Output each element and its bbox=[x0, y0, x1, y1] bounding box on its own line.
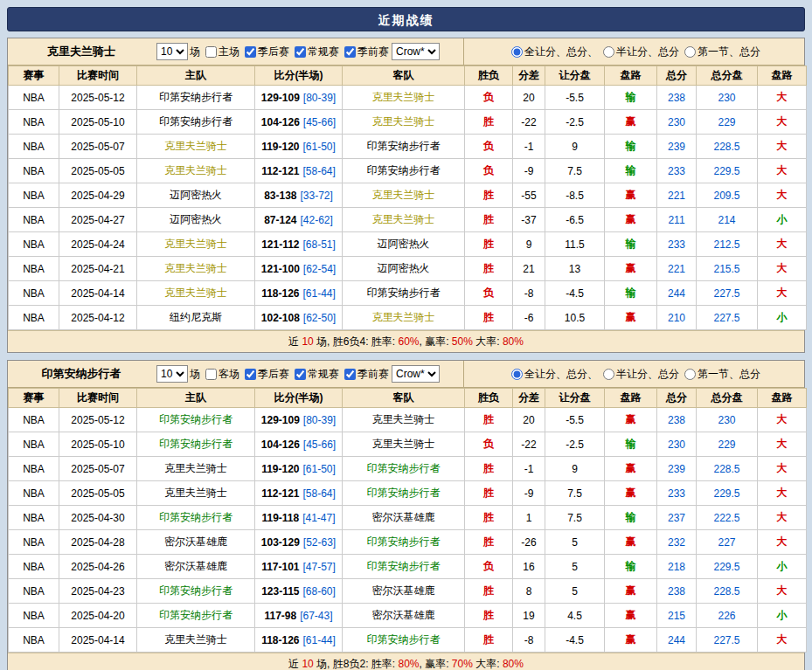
home-team-name: 克里夫兰骑士 bbox=[164, 462, 227, 474]
home-team-name[interactable]: 克里夫兰骑士 bbox=[164, 140, 227, 152]
away-team-name[interactable]: 克里夫兰骑士 bbox=[372, 213, 435, 225]
total-points-cell: 239 bbox=[657, 135, 697, 159]
league-cell: NBA bbox=[9, 408, 59, 432]
score-cell: 112-121[58-64] bbox=[255, 481, 343, 506]
full-score: 104-126 bbox=[261, 116, 300, 128]
games-count-select[interactable]: 10 bbox=[156, 365, 188, 383]
league-cell: NBA bbox=[9, 86, 59, 110]
match-date-cell: 2025-05-12 bbox=[59, 408, 137, 432]
away-team-name[interactable]: 印第安纳步行者 bbox=[367, 560, 441, 572]
away-team-cell: 迈阿密热火 bbox=[343, 232, 465, 257]
home-team-name[interactable]: 印第安纳步行者 bbox=[159, 584, 232, 597]
over-under-flag: 大 bbox=[777, 91, 788, 103]
total-points-value: 218 bbox=[668, 561, 685, 573]
total-line-value: 226 bbox=[718, 610, 735, 622]
total-line-cell: 229.5 bbox=[697, 481, 758, 506]
win-loss-flag: 胜 bbox=[483, 413, 494, 425]
game-row: NBA2025-05-07克里夫兰骑士119-120[61-50]印第安纳步行者… bbox=[9, 457, 807, 481]
playoff-checkbox[interactable] bbox=[245, 369, 256, 380]
away-team-cell: 印第安纳步行者 bbox=[343, 530, 465, 555]
summary-text: 大率: bbox=[473, 335, 503, 348]
line-type-radio-q1[interactable] bbox=[684, 369, 696, 380]
games-table-body: NBA2025-05-12印第安纳步行者129-109[80-39]克里夫兰骑士… bbox=[9, 86, 807, 330]
away-team-name[interactable]: 印第安纳步行者 bbox=[367, 462, 441, 474]
home-team-cell: 克里夫兰骑士 bbox=[137, 135, 255, 159]
total-line-value: 214 bbox=[718, 214, 735, 226]
point-diff-cell: 19 bbox=[513, 604, 545, 628]
venue-checkbox[interactable] bbox=[205, 46, 217, 58]
games-table: 赛事比赛时间主队比分(半场)客队胜负分差让分盘盘路总分总分盘盘路 NBA2025… bbox=[8, 388, 807, 653]
away-team-name[interactable]: 克里夫兰骑士 bbox=[372, 91, 435, 103]
home-team-name[interactable]: 克里夫兰骑士 bbox=[164, 287, 227, 299]
line-type-radio-full[interactable] bbox=[511, 369, 523, 380]
line-type-radio-q1[interactable] bbox=[684, 46, 696, 58]
over-under-result-cell: 小 bbox=[758, 208, 807, 232]
line-type-radio-half[interactable] bbox=[603, 369, 614, 380]
home-team-cell: 印第安纳步行者 bbox=[137, 604, 255, 628]
home-team-name[interactable]: 印第安纳步行者 bbox=[159, 413, 232, 425]
regular-season-checkbox[interactable] bbox=[295, 369, 306, 380]
away-team-name[interactable]: 克里夫兰骑士 bbox=[372, 311, 435, 323]
home-team-name[interactable]: 克里夫兰骑士 bbox=[164, 238, 227, 250]
point-diff-cell: -6 bbox=[513, 306, 545, 330]
odds-company-select[interactable]: Crow* bbox=[392, 365, 440, 383]
preseason-checkbox[interactable] bbox=[344, 369, 356, 380]
total-points-value: 233 bbox=[668, 238, 685, 251]
handicap-line-cell: 11.5 bbox=[545, 232, 605, 257]
game-row: NBA2025-05-12印第安纳步行者129-109[80-39]克里夫兰骑士… bbox=[9, 408, 807, 432]
column-header: 总分盘 bbox=[697, 389, 758, 408]
league-cell: NBA bbox=[9, 506, 59, 530]
filter-bar: 克里夫兰骑士 10 场 主场 季后赛 常规赛 季前赛 Crow* 全让分、 bbox=[8, 38, 804, 66]
over-under-flag: 小 bbox=[777, 609, 788, 621]
home-team-name: 克里夫兰骑士 bbox=[164, 487, 227, 499]
regular-season-checkbox[interactable] bbox=[295, 46, 306, 58]
over-under-result-cell: 大 bbox=[758, 135, 807, 159]
away-team-cell: 印第安纳步行者 bbox=[343, 281, 465, 306]
playoff-checkbox[interactable] bbox=[245, 46, 256, 58]
home-team-name[interactable]: 印第安纳步行者 bbox=[159, 609, 232, 621]
home-team-name[interactable]: 克里夫兰骑士 bbox=[164, 164, 227, 176]
filter-left: 印第安纳步行者 10 场 客场 季后赛 常规赛 季前赛 Crow* bbox=[8, 361, 464, 387]
preseason-checkbox[interactable] bbox=[344, 46, 356, 58]
total-points-cell: 238 bbox=[657, 579, 697, 604]
half-score: [58-64] bbox=[303, 487, 336, 500]
handicap-line-cell: 10.5 bbox=[545, 306, 605, 330]
over-under-flag: 大 bbox=[777, 584, 788, 597]
away-team-name: 印第安纳步行者 bbox=[367, 164, 441, 176]
point-diff-cell: 20 bbox=[513, 408, 545, 432]
line-type-radio-full[interactable] bbox=[511, 46, 523, 58]
line-type-radio-half[interactable] bbox=[603, 46, 614, 58]
home-team-name[interactable]: 克里夫兰骑士 bbox=[164, 262, 227, 274]
league-cell: NBA bbox=[9, 232, 59, 257]
handicap-result-flag: 赢 bbox=[626, 311, 636, 323]
point-diff-cell: -8 bbox=[513, 628, 545, 653]
away-team-name[interactable]: 克里夫兰骑士 bbox=[372, 115, 435, 128]
column-header: 胜负 bbox=[465, 389, 513, 408]
summary-count: 10 bbox=[302, 335, 313, 348]
home-team-cell: 克里夫兰骑士 bbox=[137, 232, 255, 257]
total-line-value: 230 bbox=[718, 92, 735, 104]
total-points-value: 210 bbox=[668, 312, 685, 324]
home-team-name[interactable]: 印第安纳步行者 bbox=[159, 511, 232, 523]
handicap-result-cell: 赢 bbox=[605, 183, 657, 208]
total-line-cell: 229.5 bbox=[697, 159, 758, 183]
over-under-flag: 大 bbox=[777, 140, 788, 152]
home-team-name[interactable]: 印第安纳步行者 bbox=[159, 438, 232, 450]
away-team-name[interactable]: 克里夫兰骑士 bbox=[372, 189, 435, 201]
odds-company-select[interactable]: Crow* bbox=[392, 43, 440, 60]
venue-checkbox[interactable] bbox=[205, 369, 217, 380]
handicap-result-flag: 赢 bbox=[626, 189, 636, 201]
total-line-value: 229.5 bbox=[713, 487, 739, 500]
point-diff-cell: -1 bbox=[513, 135, 545, 159]
away-team-name[interactable]: 印第安纳步行者 bbox=[367, 487, 441, 499]
games-count-select[interactable]: 10 bbox=[156, 43, 188, 60]
league-cell: NBA bbox=[9, 135, 59, 159]
away-team-name[interactable]: 印第安纳步行者 bbox=[367, 535, 441, 548]
filter-left: 克里夫兰骑士 10 场 主场 季后赛 常规赛 季前赛 Crow* bbox=[8, 38, 464, 65]
total-points-cell: 211 bbox=[657, 208, 697, 232]
total-line-cell: 230 bbox=[697, 408, 758, 432]
result-cell: 负 bbox=[465, 555, 513, 579]
win-loss-flag: 胜 bbox=[483, 584, 494, 597]
away-team-name[interactable]: 印第安纳步行者 bbox=[367, 633, 441, 646]
handicap-line-cell: 7.5 bbox=[545, 481, 605, 506]
